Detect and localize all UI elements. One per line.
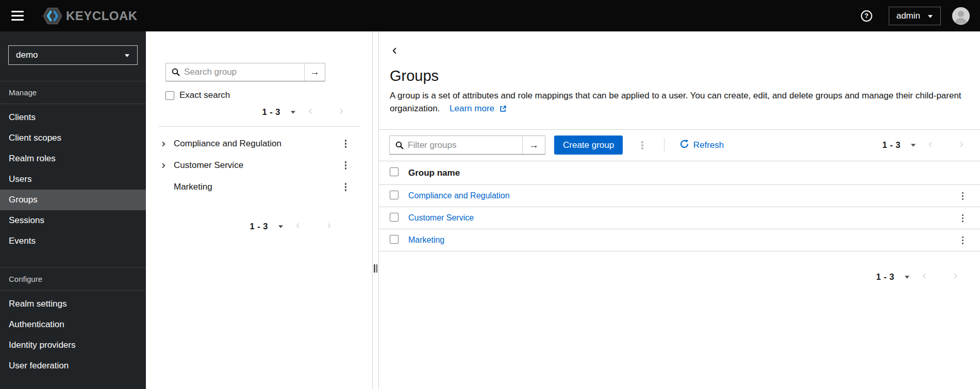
arrow-right-icon: → [310, 66, 320, 78]
hamburger-icon [11, 11, 24, 12]
angle-left-icon [921, 273, 928, 281]
topbar: KEYCLOAK ? admin [0, 0, 980, 31]
previous-page-button[interactable] [288, 220, 309, 233]
per-page-dropdown[interactable]: 1 - 3 [878, 138, 920, 152]
sidebar-item-authentication[interactable]: Authentication [0, 314, 146, 335]
next-page-button[interactable] [951, 139, 972, 151]
caret-down-icon [910, 143, 916, 147]
keycloak-logo[interactable]: KEYCLOAK [42, 7, 138, 25]
panel-resize-handle[interactable] [373, 31, 379, 389]
angle-right-icon [325, 222, 332, 231]
row-kebab-menu-button[interactable] [959, 212, 967, 225]
sidebar-item-realm-roles[interactable]: Realm roles [0, 148, 146, 169]
group-link[interactable]: Customer Service [408, 213, 474, 222]
row-checkbox[interactable] [390, 213, 398, 222]
create-group-button[interactable]: Create group [554, 136, 623, 155]
angle-left-icon [295, 222, 302, 231]
page-title: Groups [390, 67, 968, 84]
group-tree: Compliance and Regulation Customer Servi… [146, 133, 372, 198]
realm-name: demo [16, 50, 38, 60]
next-page-button[interactable] [944, 270, 966, 283]
exact-search-checkbox[interactable] [165, 91, 174, 100]
sidebar-item-client-scopes[interactable]: Client scopes [0, 128, 146, 148]
filter-groups-input[interactable] [404, 136, 522, 154]
sidebar-item-realm-settings[interactable]: Realm settings [0, 294, 146, 314]
arrow-right-icon: → [529, 140, 539, 151]
search-icon [390, 136, 404, 154]
realm-selector[interactable]: demo [8, 45, 138, 65]
learn-more-link[interactable]: Learn more [450, 104, 507, 113]
sidebar-item-identity-providers[interactable]: Identity providers [0, 335, 146, 356]
drag-grip-icon [374, 264, 377, 273]
username: admin [896, 11, 920, 21]
brand-text: KEYCLOAK [66, 9, 138, 23]
row-checkbox[interactable] [390, 235, 398, 244]
sidebar-item-user-federation[interactable]: User federation [0, 356, 146, 376]
pagination-range: 1 - 3 [882, 140, 901, 150]
table-row: Marketing [379, 229, 980, 251]
nav-section-title: Configure [0, 267, 146, 291]
kebab-menu-button[interactable] [342, 180, 350, 194]
previous-page-button[interactable] [920, 139, 941, 151]
pagination-range: 1 - 3 [262, 107, 280, 117]
angle-left-icon [391, 47, 398, 56]
row-kebab-menu-button[interactable] [959, 234, 967, 247]
group-tree-panel: → Exact search 1 - 3 [146, 31, 373, 389]
sidebar-item-events[interactable]: Events [0, 231, 146, 251]
refresh-button[interactable]: Refresh [680, 140, 724, 151]
main-content: Groups A group is a set of attributes an… [379, 31, 980, 389]
groups-toolbar: → Create group Refresh 1 - 3 [379, 130, 980, 161]
kebab-menu-button[interactable] [342, 137, 350, 150]
pagination-range: 1 - 3 [876, 272, 894, 282]
tree-item-label[interactable]: Compliance and Regulation [174, 139, 342, 149]
divider [158, 126, 360, 127]
select-all-checkbox[interactable] [390, 167, 398, 176]
expand-chevron-icon[interactable] [158, 141, 174, 147]
previous-page-button[interactable] [300, 106, 321, 119]
previous-page-button[interactable] [914, 270, 935, 283]
chevron-down-icon [927, 11, 933, 21]
angle-left-icon [927, 141, 934, 149]
group-link[interactable]: Marketing [408, 235, 444, 244]
sidebar-item-clients[interactable]: Clients [0, 107, 146, 128]
refresh-icon [680, 140, 689, 151]
filter-submit-button[interactable]: → [522, 136, 545, 154]
kebab-menu-button[interactable] [342, 159, 350, 172]
user-menu-dropdown[interactable]: admin [889, 7, 941, 25]
per-page-dropdown[interactable]: 1 - 3 [258, 105, 300, 119]
search-submit-button[interactable]: → [304, 63, 325, 81]
toolbar-kebab-menu-button[interactable] [638, 139, 646, 152]
help-icon[interactable]: ? [861, 10, 872, 22]
caret-down-icon [278, 225, 284, 229]
group-link[interactable]: Compliance and Regulation [408, 191, 510, 200]
external-link-icon [500, 105, 507, 114]
tree-item-label[interactable]: Marketing [174, 182, 342, 192]
sidebar-item-groups[interactable]: Groups [0, 190, 146, 210]
next-page-button[interactable] [318, 220, 339, 233]
row-kebab-menu-button[interactable] [959, 190, 967, 203]
exact-search-label: Exact search [179, 90, 230, 100]
angle-right-icon [952, 273, 958, 281]
tree-item-customer-service[interactable]: Customer Service [146, 155, 372, 176]
nav-section-title: Manage [0, 81, 146, 104]
next-page-button[interactable] [330, 106, 352, 119]
sidebar-item-users[interactable]: Users [0, 169, 146, 190]
per-page-dropdown[interactable]: 1 - 3 [245, 219, 288, 233]
tree-item-label[interactable]: Customer Service [174, 160, 342, 171]
collapse-panel-button[interactable] [389, 46, 401, 57]
groups-table: Group name Compliance and Regulation [379, 161, 980, 251]
expand-chevron-icon[interactable] [158, 162, 174, 169]
table-pagination-top: 1 - 3 [724, 138, 972, 152]
nav-toggle-button[interactable] [9, 8, 26, 24]
column-header-group-name: Group name [408, 161, 950, 185]
keycloak-logo-icon [42, 7, 63, 25]
tree-item-compliance-and-regulation[interactable]: Compliance and Regulation [146, 133, 372, 155]
angle-right-icon [338, 108, 344, 116]
row-checkbox[interactable] [390, 191, 398, 199]
avatar[interactable] [952, 7, 970, 25]
tree-item-marketing[interactable]: Marketing [146, 176, 372, 198]
sidebar-item-sessions[interactable]: Sessions [0, 210, 146, 231]
search-group-input[interactable] [180, 63, 304, 81]
per-page-dropdown[interactable]: 1 - 3 [872, 270, 914, 284]
search-icon [166, 63, 180, 81]
